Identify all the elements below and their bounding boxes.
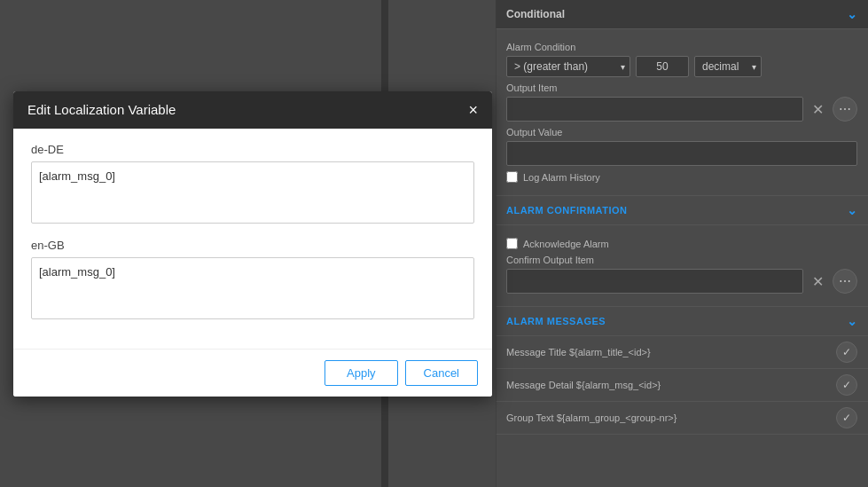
message-detail-text: Message Detail ${alarm_msg_<id>} [506,380,661,390]
condition-value-input[interactable] [636,56,689,77]
alarm-confirmation-chevron-icon[interactable]: ⌄ [847,203,858,217]
alarm-confirmation-section: Acknowledge Alarm Confirm Output Item ✕ … [496,225,868,306]
modal-close-button[interactable]: × [468,102,478,118]
confirm-output-item-clear-button[interactable]: ✕ [809,273,827,290]
output-item-more-button[interactable]: ⋯ [833,97,857,122]
acknowledge-alarm-label: Acknowledge Alarm [523,239,609,249]
alarm-confirmation-header: ALARM CONFIRMATION ⌄ [496,195,868,225]
alarm-messages-header: ALARM MESSAGES ⌄ [496,306,868,336]
alarm-condition-label: Alarm Condition [506,42,857,52]
locale-en-section: en-GB [alarm_msg_0] [31,239,474,322]
list-item: Message Detail ${alarm_msg_<id>} ✓ [496,369,868,402]
locale-de-textarea[interactable]: [alarm_msg_0] [31,161,474,224]
log-alarm-history-checkbox[interactable] [506,171,518,183]
alarm-messages-label: ALARM MESSAGES [506,316,606,326]
conditional-section-header: Conditional ⌄ [496,0,868,29]
log-alarm-history-label: Log Alarm History [523,172,600,183]
alarm-condition-row: > (greater than) decimal [506,56,857,77]
output-value-label: Output Value [506,127,857,137]
output-value-row [506,141,857,166]
conditional-label: Conditional [506,8,565,20]
locale-de-section: de-DE [alarm_msg_0] [31,143,474,226]
locale-en-textarea[interactable]: [alarm_msg_0] [31,257,474,319]
alarm-condition-section: Alarm Condition > (greater than) decimal… [496,29,868,195]
list-item: Group Text ${alarm_group_<group-nr>} ✓ [496,402,868,435]
list-item: Message Title ${alarm_title_<id>} ✓ [496,336,868,369]
message-detail-edit-button[interactable]: ✓ [836,374,857,396]
log-alarm-history-row: Log Alarm History [506,171,857,183]
modal-footer: Apply Cancel [13,349,492,397]
right-panel: Conditional ⌄ Alarm Condition > (greater… [496,0,868,487]
modal-overlay: Edit Localization Variable × de-DE [alar… [0,0,497,487]
message-title-edit-button[interactable]: ✓ [836,342,857,363]
locale-de-label: de-DE [31,143,474,156]
condition-operator-select[interactable]: > (greater than) [506,56,630,77]
modal-title: Edit Localization Variable [27,102,176,117]
message-title-text: Message Title ${alarm_title_<id>} [506,347,651,357]
confirm-output-item-row: ✕ ⋯ [506,269,857,294]
acknowledge-alarm-checkbox[interactable] [506,238,518,249]
alarm-messages-chevron-icon[interactable]: ⌄ [847,314,858,328]
condition-operator-wrapper[interactable]: > (greater than) [506,56,630,77]
condition-type-wrapper[interactable]: decimal [694,56,762,77]
output-item-row: ✕ ⋯ [506,97,857,122]
output-value-input[interactable] [506,141,857,166]
locale-en-label: en-GB [31,239,474,252]
confirm-output-item-input[interactable] [506,269,803,294]
condition-type-select[interactable]: decimal [694,56,762,77]
group-text-text: Group Text ${alarm_group_<group-nr>} [506,412,676,423]
alarm-confirmation-label: ALARM CONFIRMATION [506,205,628,216]
modal-header: Edit Localization Variable × [13,91,492,129]
cancel-button[interactable]: Cancel [405,360,478,386]
output-item-label: Output Item [506,82,857,93]
apply-button[interactable]: Apply [325,360,398,386]
modal-body: de-DE [alarm_msg_0] en-GB [alarm_msg_0] [13,129,492,349]
confirm-output-item-label: Confirm Output Item [506,255,857,265]
output-item-clear-button[interactable]: ✕ [809,101,827,118]
conditional-chevron-icon[interactable]: ⌄ [847,7,857,21]
acknowledge-alarm-row: Acknowledge Alarm [506,238,857,249]
output-item-input[interactable] [506,97,803,122]
modal-dialog: Edit Localization Variable × de-DE [alar… [13,91,492,397]
confirm-output-item-more-button[interactable]: ⋯ [833,269,857,294]
alarm-messages-list: Message Title ${alarm_title_<id>} ✓ Mess… [496,336,868,435]
group-text-edit-button[interactable]: ✓ [836,407,857,428]
